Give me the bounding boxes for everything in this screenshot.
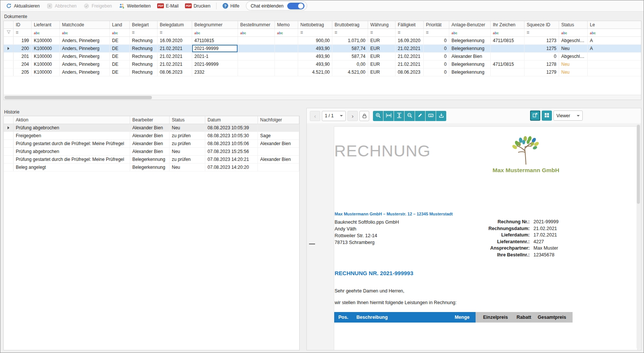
cell-prioritaet[interactable]: 0 [424, 45, 449, 52]
cell-bruttobetrag[interactable]: 4.521,00 [332, 68, 368, 76]
cell-matchcode[interactable]: Anders, Pinneberg [60, 45, 110, 52]
cell-waehrung[interactable]: EUR [368, 53, 395, 60]
cell-anlage_benutzer[interactable]: Belegerkennung [449, 61, 491, 68]
cell-status[interactable]: Neu [559, 45, 588, 52]
cell-letzter[interactable]: A [588, 45, 641, 52]
column-header-belegnummer[interactable]: Belegnummer [192, 21, 238, 29]
cell-nettobetrag[interactable]: 4.521,00 [298, 68, 332, 76]
cell-ihr_zeichen[interactable] [491, 45, 524, 52]
cell-squeeze_id[interactable]: 1275 [524, 45, 559, 52]
cell-datum[interactable]: 07.08.2023 14:20:21 [205, 156, 258, 163]
cell-nachfolger[interactable] [258, 124, 299, 132]
dokumente-horizontal-scrollbar[interactable] [4, 95, 641, 100]
cell-lieferant[interactable]: K100000 [32, 45, 60, 52]
cell-status[interactable]: Neu [170, 124, 205, 132]
lock-button[interactable] [359, 111, 369, 121]
cell-status[interactable]: zu prüfen [170, 140, 205, 147]
annotate-button[interactable] [415, 111, 425, 121]
cell-prioritaet[interactable]: 0 [424, 61, 449, 68]
cell-land[interactable]: DE [110, 37, 130, 44]
table-row[interactable]: 200K100000Anders, PinnebergDERechnung21.… [4, 45, 641, 53]
cell-matchcode[interactable]: Anders, Pinneberg [60, 37, 110, 44]
cell-nachfolger[interactable] [258, 164, 299, 171]
cell-id[interactable]: 201 [14, 53, 32, 60]
cell-bruttobetrag[interactable]: 587,74 [332, 53, 368, 60]
table-row[interactable]: FreigegebenAlexander Bienzu prüfen08.08.… [4, 132, 299, 140]
cell-belegnummer[interactable]: 47110815 [192, 37, 238, 44]
table-row[interactable]: Beleg angelegtBelegerkennungNeu07.08.202… [4, 164, 299, 171]
cell-matchcode[interactable]: Anders, Pinneberg [60, 53, 110, 60]
cell-status[interactable]: Neu [559, 68, 588, 76]
cell-nachfolger[interactable] [258, 148, 299, 155]
column-header-aktion[interactable]: Aktion [14, 116, 130, 124]
cell-anlage_benutzer[interactable]: Alexander Bien [449, 53, 491, 60]
column-header-letzter[interactable]: Le [588, 21, 641, 29]
cell-bestellnummer[interactable] [238, 61, 275, 68]
cell-datum[interactable]: 08.08.2023 10:05:30 [205, 132, 258, 139]
cell-anlage_benutzer[interactable]: Belegerkennung [449, 68, 491, 76]
filter-cell-memo[interactable]: abc [275, 29, 298, 36]
fit-height-button[interactable] [394, 111, 404, 121]
fit-width-button[interactable] [383, 111, 394, 121]
cell-belegart[interactable]: Rechnung [130, 53, 158, 60]
cell-prioritaet[interactable]: 0 [424, 68, 449, 76]
cell-nachfolger[interactable]: Sage [258, 132, 299, 139]
cell-nettobetrag[interactable]: 493,90 [298, 61, 332, 68]
cell-faelligkeit[interactable]: 21.02.2021 [395, 53, 424, 60]
filter-cell-anlage_benutzer[interactable]: abc [449, 29, 491, 36]
cell-memo[interactable] [275, 45, 298, 52]
cell-letzter[interactable] [588, 53, 641, 60]
filter-cell-belegnummer[interactable]: abc [192, 29, 238, 36]
column-header-status[interactable]: Status [170, 116, 205, 124]
chat-toggle-switch[interactable] [287, 3, 305, 9]
cell-belegart[interactable]: Rechnung [130, 68, 158, 76]
cell-bearbeiter[interactable]: Belegerkennung [130, 156, 170, 163]
cell-matchcode[interactable]: Anders, Pinneberg [60, 68, 110, 76]
cell-waehrung[interactable]: EUR [368, 68, 395, 76]
cell-bearbeiter[interactable]: Alexander Bien [130, 148, 170, 155]
cell-waehrung[interactable]: EUR [368, 45, 395, 52]
zoom-out-button[interactable] [405, 111, 415, 121]
cell-nettobetrag[interactable]: 900,00 [298, 37, 332, 44]
column-header-nettobetrag[interactable]: Nettobetrag [298, 21, 332, 29]
column-header-bruttobetrag[interactable]: Bruttobetrag [332, 21, 368, 29]
cell-waehrung[interactable]: EUR [368, 61, 395, 68]
table-row[interactable]: 204K100000Anders, PinnebergDERechnung21.… [4, 61, 641, 68]
next-page-button[interactable]: › [347, 111, 358, 121]
cell-letzter[interactable]: A [588, 37, 641, 44]
zoom-in-button[interactable] [373, 111, 383, 121]
cell-status[interactable]: Neu [170, 148, 205, 155]
column-header-bestellnummer[interactable]: Bestellnummer [238, 21, 275, 29]
cell-id[interactable]: 199 [14, 37, 32, 44]
cell-nettobetrag[interactable]: 493,90 [298, 53, 332, 60]
drucken-button[interactable]: PDFDrucken [182, 2, 214, 10]
column-header-prioritaet[interactable]: Priorität [424, 21, 449, 29]
cell-memo[interactable] [275, 68, 298, 76]
column-header-land[interactable]: Land [110, 21, 130, 29]
cell-datum[interactable]: 07.08.2023 14:20:20 [205, 164, 258, 171]
column-header-lieferant[interactable]: Lieferant [32, 21, 60, 29]
cell-belegdatum[interactable]: 21.02.2021 [158, 45, 192, 52]
column-header-squeeze_id[interactable]: Squeeze ID [524, 21, 559, 29]
cell-lieferant[interactable]: K100000 [32, 53, 60, 60]
cell-status[interactable]: zu prüfen [170, 132, 205, 139]
filter-cell-land[interactable]: abc [110, 29, 130, 36]
cell-belegart[interactable]: Rechnung [130, 45, 158, 52]
previous-page-button[interactable]: ‹ [310, 111, 320, 121]
cell-datum[interactable]: 08.08.2023 10:05:06 [205, 140, 258, 147]
filter-cell-ihr_zeichen[interactable]: abc [491, 29, 524, 36]
filter-cell-prioritaet[interactable]: = [424, 29, 449, 36]
cell-nachfolger[interactable]: Alexander Bien [258, 140, 299, 147]
cell-belegdatum[interactable]: 21.02.2021 [158, 61, 192, 68]
cell-bearbeiter[interactable]: Alexander Bien [130, 140, 170, 147]
cell-belegnummer[interactable]: 2021-99999 [192, 45, 238, 52]
cell-ihr_zeichen[interactable]: 4711/0815 [491, 61, 524, 68]
table-row[interactable]: Prüfung gestartet durch die Prüfregel: M… [4, 140, 299, 148]
cell-aktion[interactable]: Prüfung gestartet durch die Prüfregel: M… [14, 140, 130, 147]
table-row[interactable]: Prüfung abgebrochenAlexander BienNeu07.0… [4, 148, 299, 156]
cell-prioritaet[interactable]: 0 [424, 37, 449, 44]
cell-bestellnummer[interactable] [238, 45, 275, 52]
cell-land[interactable]: DE [110, 68, 130, 76]
cell-bearbeiter[interactable]: Alexander Bien [130, 132, 170, 139]
detach-button[interactable] [530, 111, 540, 121]
